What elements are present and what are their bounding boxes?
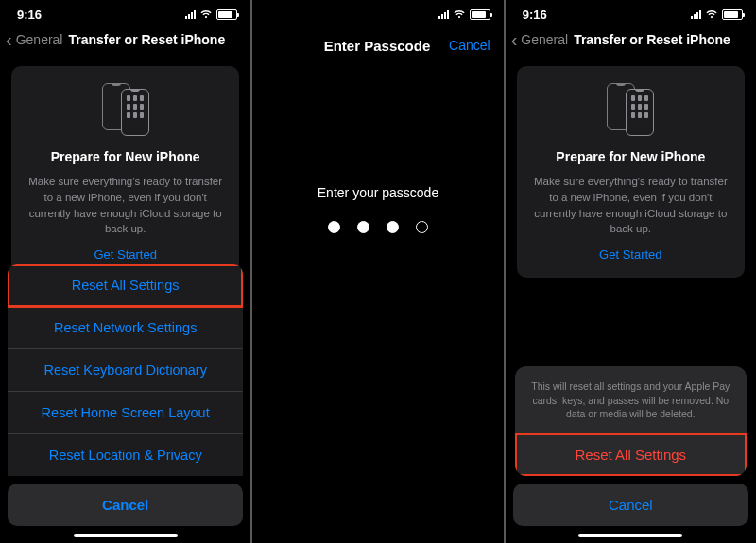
wifi-icon [453, 9, 466, 19]
back-label: General [16, 32, 63, 47]
nav-bar: ‹ General Transfer or Reset iPhone [0, 25, 250, 57]
option-reset-location[interactable]: Reset Location & Privacy [8, 434, 243, 476]
prepare-card: Prepare for New iPhone Make sure everyth… [11, 66, 239, 278]
chevron-left-icon: ‹ [6, 33, 12, 46]
nav-bar: ‹ General Transfer or Reset iPhone [506, 25, 756, 57]
prepare-heading: Prepare for New iPhone [530, 147, 731, 166]
prepare-body: Make sure everything's ready to transfer… [25, 174, 226, 237]
back-button[interactable]: ‹ General [6, 32, 62, 47]
prepare-heading: Prepare for New iPhone [25, 147, 226, 166]
back-button[interactable]: ‹ General [511, 32, 568, 47]
confirm-message: This will reset all settings and your Ap… [515, 366, 747, 433]
chevron-left-icon: ‹ [511, 33, 518, 46]
reset-option-list: Reset All Settings Reset Network Setting… [8, 264, 243, 476]
battery-icon [470, 9, 490, 20]
home-indicator[interactable] [74, 534, 178, 537]
nav-title: Transfer or Reset iPhone [68, 32, 225, 47]
status-time: 9:16 [523, 8, 547, 22]
nav-bar: Enter Passcode Cancel [252, 25, 503, 62]
option-reset-home[interactable]: Reset Home Screen Layout [8, 392, 243, 434]
cancel-button[interactable]: Cancel [513, 484, 748, 526]
status-time: 9:16 [17, 8, 42, 22]
status-indicators [185, 9, 237, 20]
cellular-icon [691, 9, 701, 19]
passcode-dot [357, 221, 369, 233]
get-started-link[interactable]: Get Started [530, 237, 731, 266]
reset-sheet: Reset All Settings Reset Network Setting… [0, 264, 250, 543]
screen-reset-options: 9:16 ‹ General Transfer or Reset iPhone … [0, 0, 250, 543]
cancel-button[interactable]: Cancel [8, 484, 243, 526]
get-started-link[interactable]: Get Started [25, 237, 226, 266]
wifi-icon [199, 9, 213, 19]
passcode-dot [416, 221, 428, 233]
cellular-icon [185, 9, 196, 19]
screen-passcode: Enter Passcode Cancel Enter your passcod… [252, 0, 503, 543]
option-reset-network[interactable]: Reset Network Settings [8, 307, 243, 349]
passcode-dot [387, 221, 399, 233]
transfer-icon [25, 83, 226, 134]
status-indicators [438, 9, 490, 20]
confirm-sheet: This will reset all settings and your Ap… [506, 366, 756, 543]
status-bar: 9:16 [0, 0, 250, 25]
nav-title: Enter Passcode [324, 38, 431, 54]
prepare-card: Prepare for New iPhone Make sure everyth… [517, 66, 745, 278]
passcode-dots[interactable] [252, 221, 503, 233]
wifi-icon [705, 9, 718, 19]
status-bar [252, 0, 503, 25]
battery-icon [722, 9, 743, 20]
prepare-body: Make sure everything's ready to transfer… [530, 174, 731, 237]
confirm-dialog: This will reset all settings and your Ap… [515, 366, 747, 476]
option-reset-keyboard[interactable]: Reset Keyboard Dictionary [8, 349, 243, 392]
passcode-prompt: Enter your passcode [252, 185, 503, 200]
nav-title: Transfer or Reset iPhone [574, 32, 730, 47]
status-bar: 9:16 [506, 0, 756, 25]
passcode-area: Enter your passcode [252, 185, 503, 233]
cancel-action[interactable]: Cancel [449, 38, 490, 53]
passcode-dot [328, 221, 340, 233]
confirm-reset-button[interactable]: Reset All Settings [515, 433, 747, 476]
battery-icon [216, 9, 237, 20]
option-reset-all[interactable]: Reset All Settings [8, 264, 243, 307]
transfer-icon [530, 83, 731, 134]
back-label: General [521, 32, 568, 47]
screen-confirm: 9:16 ‹ General Transfer or Reset iPhone … [506, 0, 756, 543]
status-indicators [691, 9, 743, 20]
home-indicator[interactable] [578, 534, 682, 537]
cellular-icon [438, 9, 449, 19]
